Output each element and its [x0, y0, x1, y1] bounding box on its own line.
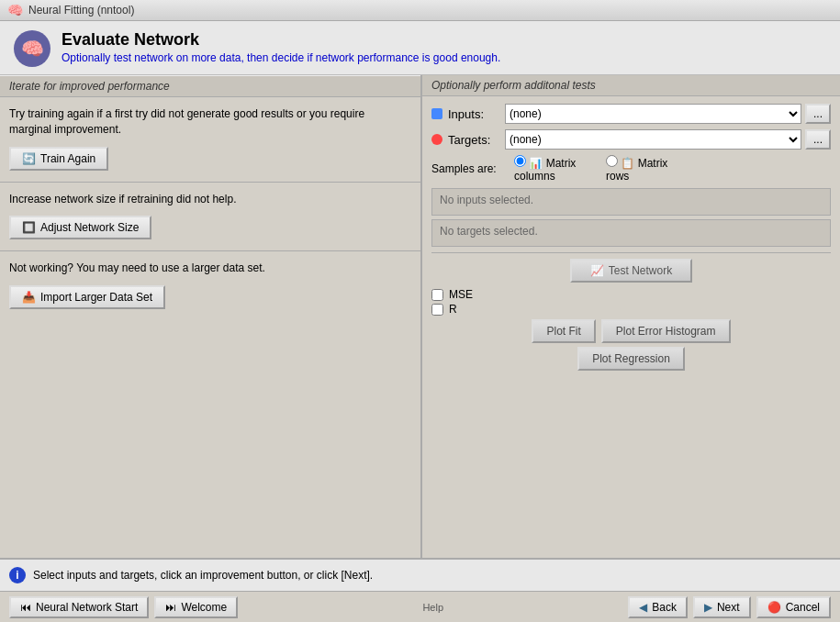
cancel-icon: 🔴: [767, 601, 781, 614]
welcome-icon: ⏭: [165, 601, 176, 614]
status-icon: i: [9, 567, 26, 583]
inputs-row: Inputs: (none) ...: [431, 104, 831, 124]
targets-browse-button[interactable]: ...: [805, 129, 831, 150]
back-icon: ◀: [639, 601, 647, 614]
plot-regression-button[interactable]: Plot Regression: [577, 347, 685, 371]
matrix-rows-option[interactable]: 📋 Matrix rows: [606, 155, 689, 183]
header: 🧠 Evaluate Network Optionally test netwo…: [0, 21, 840, 75]
start-icon: ⏮: [20, 601, 31, 614]
no-inputs-text: No inputs selected.: [440, 194, 533, 206]
no-targets-info: No targets selected.: [431, 219, 831, 247]
targets-icon: [431, 134, 442, 145]
targets-text: Targets:: [448, 133, 490, 147]
next-button[interactable]: ▶ Next: [693, 596, 751, 618]
mse-checkbox[interactable]: [431, 289, 443, 301]
expand-icon: 🔲: [22, 221, 36, 234]
title-bar-icon: 🧠: [7, 3, 23, 17]
neural-network-start-button[interactable]: ⏮ Neural Network Start: [9, 596, 149, 618]
cancel-button[interactable]: 🔴 Cancel: [756, 596, 831, 618]
import-label: Import Larger Data Set: [40, 291, 152, 304]
inputs-icon: [431, 108, 442, 119]
plot-error-histogram-label: Plot Error Histogram: [616, 325, 716, 338]
adjust-network-size-button[interactable]: 🔲 Adjust Network Size: [9, 216, 151, 239]
help-text: Help: [422, 602, 443, 613]
plot-buttons-row-1: Plot Fit Plot Error Histogram: [431, 319, 831, 343]
chart-icon: 📈: [590, 264, 604, 277]
test-button-row: 📈 Test Network: [431, 259, 831, 283]
import-larger-data-button[interactable]: 📥 Import Larger Data Set: [9, 285, 165, 309]
header-text: Evaluate Network Optionally test network…: [62, 30, 500, 64]
next-icon: ▶: [704, 601, 712, 614]
matrix-rows-icon: 📋: [621, 157, 634, 170]
nav-left: ⏮ Neural Network Start ⏭ Welcome: [9, 596, 238, 618]
plot-fit-button[interactable]: Plot Fit: [532, 319, 595, 343]
test-network-button[interactable]: 📈 Test Network: [570, 259, 692, 283]
train-again-label: Train Again: [40, 152, 95, 165]
right-panel: Optionally perform additonal tests Input…: [422, 75, 840, 558]
mse-label: MSE: [449, 288, 473, 301]
welcome-button[interactable]: ⏭ Welcome: [154, 596, 238, 618]
adjust-network-section: Increase network size if retraining did …: [0, 183, 420, 252]
two-col-layout: Iterate for improved performance Try tra…: [0, 75, 840, 558]
samples-row: Samples are: 📊 Matrix columns 📋 Matrix r…: [431, 155, 831, 183]
plot-fit-label: Plot Fit: [546, 325, 580, 338]
nav-right: ◀ Back ▶ Next 🔴 Cancel: [628, 596, 831, 618]
r-checkbox-row[interactable]: R: [431, 303, 831, 316]
inputs-select[interactable]: (none): [505, 104, 801, 124]
back-label: Back: [652, 601, 677, 614]
page-title: Evaluate Network: [62, 30, 500, 50]
neural-network-start-label: Neural Network Start: [36, 601, 138, 614]
matrix-columns-icon: 📊: [529, 157, 543, 170]
left-panel: Iterate for improved performance Try tra…: [0, 75, 422, 558]
matrix-columns-option[interactable]: 📊 Matrix columns: [514, 155, 597, 183]
r-checkbox[interactable]: [431, 304, 443, 316]
matrix-rows-radio[interactable]: [606, 155, 618, 167]
test-network-label: Test Network: [609, 264, 672, 277]
samples-label: Samples are:: [431, 162, 514, 175]
targets-row: Targets: (none) ...: [431, 129, 831, 150]
adjust-description: Increase network size if retraining did …: [9, 192, 407, 207]
inputs-label: Inputs:: [431, 107, 505, 121]
divider: [431, 252, 831, 253]
r-label: R: [449, 303, 457, 316]
train-section: Try training again if a first try did no…: [0, 97, 420, 183]
right-inner: Inputs: (none) ... Targets: (none) ...: [422, 96, 840, 558]
optional-tests-header: Optionally perform additonal tests: [422, 75, 840, 96]
no-targets-text: No targets selected.: [440, 225, 538, 238]
nav-bar: ⏮ Neural Network Start ⏭ Welcome Help ◀ …: [0, 591, 840, 622]
cancel-label: Cancel: [786, 601, 820, 614]
plot-buttons-row-2: Plot Regression: [431, 347, 831, 371]
page-subtitle: Optionally test network on more data, th…: [62, 51, 500, 64]
targets-select[interactable]: (none): [505, 129, 801, 150]
plot-error-histogram-button[interactable]: Plot Error Histogram: [601, 319, 731, 343]
matrix-columns-radio[interactable]: [514, 155, 526, 167]
mse-checkbox-row[interactable]: MSE: [431, 288, 831, 301]
back-button[interactable]: ◀ Back: [628, 596, 688, 618]
train-description: Try training again if a first try did no…: [9, 106, 407, 138]
plot-regression-label: Plot Regression: [592, 352, 670, 365]
inputs-text: Inputs:: [448, 107, 484, 121]
next-label: Next: [717, 601, 740, 614]
inputs-browse-button[interactable]: ...: [805, 104, 831, 124]
train-again-button[interactable]: 🔄 Train Again: [9, 147, 108, 171]
import-description: Not working? You may need to use a large…: [9, 261, 407, 276]
header-icon: 🧠: [14, 30, 50, 67]
samples-radio-group: 📊 Matrix columns 📋 Matrix rows: [514, 155, 689, 183]
title-bar-label: Neural Fitting (nntool): [28, 4, 134, 17]
targets-label: Targets:: [431, 133, 505, 147]
no-inputs-info: No inputs selected.: [431, 188, 831, 216]
status-bar: i Select inputs and targets, click an im…: [0, 558, 840, 591]
welcome-label: Welcome: [181, 601, 227, 614]
status-message: Select inputs and targets, click an impr…: [33, 569, 373, 582]
iterate-section-header: Iterate for improved performance: [0, 75, 420, 97]
refresh-icon: 🔄: [22, 152, 36, 165]
import-section: Not working? You may need to use a large…: [0, 251, 420, 320]
title-bar: 🧠 Neural Fitting (nntool): [0, 0, 840, 21]
adjust-network-label: Adjust Network Size: [40, 221, 139, 234]
import-icon: 📥: [22, 291, 36, 304]
